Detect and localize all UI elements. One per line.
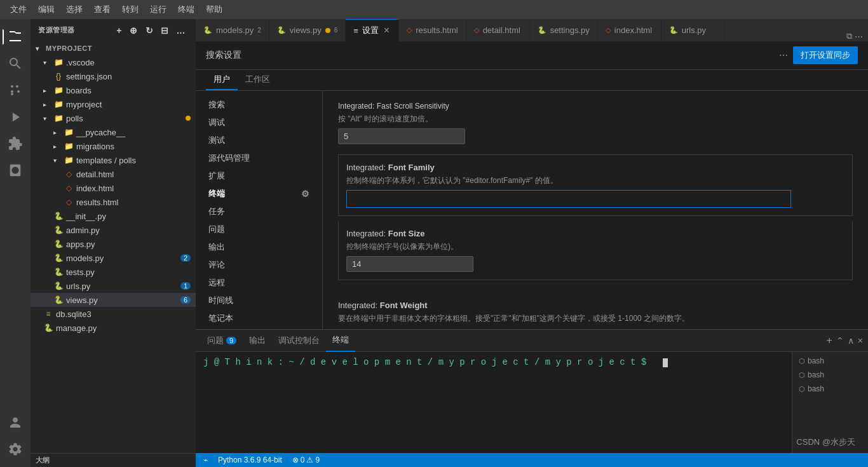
nav-search[interactable]: 搜索	[196, 96, 322, 114]
outline-section[interactable]: 大纲	[31, 453, 196, 467]
files-icon[interactable]	[3, 24, 28, 50]
tree-item-pycache[interactable]: ▸ 📁 __pycache__	[31, 125, 196, 139]
nav-testing[interactable]: 测试	[196, 132, 322, 149]
terminal-content[interactable]: j @ T h i n k : ~ / d e v e l o p m e n …	[196, 352, 792, 453]
font-size-input[interactable]	[346, 256, 473, 272]
folder-icon: 📁	[64, 141, 74, 151]
tab-urls-py[interactable]: 🐍 urls.py	[661, 19, 725, 41]
menu-file[interactable]: 文件	[5, 1, 32, 18]
nav-source-control[interactable]: 源代码管理	[196, 149, 322, 167]
tab-close-icon[interactable]: ×	[383, 25, 391, 36]
project-label: MYPROJECT	[46, 44, 92, 52]
nav-debug[interactable]: 调试	[196, 114, 322, 132]
tab-overflow-actions[interactable]: ⧉ ⋯	[841, 31, 868, 41]
search-icon[interactable]	[3, 51, 28, 76]
source-control-icon[interactable]	[3, 78, 28, 103]
remote-icon[interactable]: ⌁	[201, 456, 210, 464]
tree-root[interactable]: ▾ MYPROJECT	[31, 41, 196, 55]
tree-item-polls[interactable]: ▾ 📁 polls	[31, 111, 196, 125]
nav-remote[interactable]: 远程	[196, 274, 322, 292]
folder-icon: 📁	[53, 99, 64, 109]
nav-terminal[interactable]: 终端 ⚙	[196, 185, 322, 203]
nav-problems[interactable]: 问题	[196, 220, 322, 238]
tree-item-apps-py[interactable]: 🐍 apps.py	[31, 237, 196, 251]
tab-settings[interactable]: ≡ 设置 ×	[346, 19, 399, 41]
new-file-icon[interactable]: +	[114, 24, 125, 37]
add-terminal-icon[interactable]: +	[826, 335, 832, 346]
more-tabs-icon[interactable]: ⋯	[855, 32, 863, 41]
terminal-tab-terminal[interactable]: 终端	[326, 330, 355, 352]
debug-icon[interactable]	[3, 104, 28, 130]
tree-item-migrations[interactable]: ▸ 📁 migrations	[31, 139, 196, 153]
terminal-instance-3[interactable]: ⬡ bash	[795, 382, 865, 395]
tab-detail-html[interactable]: ◇ detail.html	[466, 19, 530, 41]
account-icon[interactable]	[3, 410, 28, 435]
terminal-settings-gear-icon[interactable]: ⚙	[301, 189, 309, 199]
menu-terminal[interactable]: 终端	[173, 1, 200, 18]
tree-item-views-py[interactable]: 🐍 views.py 6	[31, 293, 196, 307]
menu-edit[interactable]: 编辑	[33, 1, 60, 18]
tab-index-html[interactable]: ◇ index.html	[598, 19, 661, 41]
tree-item-boards[interactable]: ▸ 📁 boards	[31, 83, 196, 97]
settings-gear-icon[interactable]	[3, 437, 28, 462]
menu-help[interactable]: 帮助	[201, 1, 227, 18]
collapse-all-icon[interactable]: ⊟	[158, 24, 172, 37]
nav-extensions-nav[interactable]: 扩展	[196, 167, 322, 185]
tab-models-py[interactable]: 🐍 models.py 2	[196, 19, 269, 41]
more-icon[interactable]: …	[174, 24, 189, 37]
settings-tab-user[interactable]: 用户	[206, 70, 238, 90]
menu-goto[interactable]: 转到	[117, 1, 144, 18]
settings-tab-workspace[interactable]: 工作区	[238, 70, 278, 90]
extensions-icon[interactable]	[3, 131, 28, 156]
chevron-down-icon: ▾	[53, 157, 61, 164]
nav-notebook[interactable]: 笔记本	[196, 309, 322, 327]
tree-item-detail-html[interactable]: ◇ detail.html	[31, 167, 196, 181]
split-terminal-icon[interactable]: ⌃	[836, 335, 844, 346]
close-terminal-icon[interactable]: ×	[858, 335, 863, 346]
tree-item-admin-py[interactable]: 🐍 admin.py	[31, 223, 196, 237]
menu-select[interactable]: 选择	[61, 1, 88, 18]
nav-tasks[interactable]: 任务	[196, 203, 322, 220]
tree-item-label: detail.html	[76, 170, 114, 179]
tree-item-tests-py[interactable]: 🐍 tests.py	[31, 265, 196, 279]
tree-item-index-html[interactable]: ◇ index.html	[31, 181, 196, 195]
terminal-tab-problems[interactable]: 问题 9	[201, 330, 243, 352]
errors-status[interactable]: ⊗ 0 ⚠ 9	[290, 456, 322, 464]
python-version[interactable]: Python 3.6.9 64-bit	[215, 456, 285, 464]
tree-item-vscode[interactable]: ▾ 📁 .vscode	[31, 55, 196, 69]
terminal-instance-1[interactable]: ⬡ bash	[795, 355, 865, 367]
split-editor-icon[interactable]: ⧉	[846, 31, 852, 41]
font-family-input[interactable]	[346, 190, 791, 208]
tree-item-db-sqlite[interactable]: ≡ db.sqlite3	[31, 307, 196, 321]
nav-output[interactable]: 输出	[196, 238, 322, 256]
nav-comments[interactable]: 评论	[196, 256, 322, 274]
tree-item-settings-json[interactable]: {} settings.json	[31, 69, 196, 83]
tree-item-label: urls.py	[66, 281, 90, 291]
terminal-tab-debug-console[interactable]: 调试控制台	[272, 330, 326, 352]
sync-settings-button[interactable]: 打开设置同步	[793, 46, 858, 64]
tab-views-py[interactable]: 🐍 views.py 6	[269, 19, 346, 41]
terminal-tab-output[interactable]: 输出	[243, 330, 272, 352]
tree-item-myproject[interactable]: ▸ 📁 myproject	[31, 97, 196, 111]
html-tab-icon: ◇	[407, 26, 412, 34]
new-folder-icon[interactable]: ⊕	[127, 24, 140, 37]
tab-results-html[interactable]: ◇ results.html	[399, 19, 466, 41]
nav-terminal-label: 终端	[208, 188, 225, 200]
settings-item-font-family: Integrated: Font Family 控制终端的字体系列，它默认认为 …	[338, 154, 853, 216]
nav-timeline[interactable]: 时间线	[196, 292, 322, 309]
terminal-instance-2[interactable]: ⬡ bash	[795, 369, 865, 381]
scroll-sensitivity-input[interactable]	[338, 128, 465, 144]
tree-item-models-py[interactable]: 🐍 models.py 2	[31, 251, 196, 265]
tab-settings-py[interactable]: 🐍 settings.py	[530, 19, 598, 41]
maximize-terminal-icon[interactable]: ∧	[848, 335, 854, 346]
settings-more-icon[interactable]: ⋯	[779, 50, 788, 60]
tree-item-templates[interactable]: ▾ 📁 templates / polls	[31, 153, 196, 167]
menu-run[interactable]: 运行	[145, 1, 172, 18]
menu-view[interactable]: 查看	[89, 1, 116, 18]
tree-item-manage-py[interactable]: 🐍 manage.py	[31, 321, 196, 335]
testing-icon[interactable]	[3, 158, 28, 183]
tree-item-init-py[interactable]: 🐍 __init__.py	[31, 209, 196, 223]
tree-item-urls-py[interactable]: 🐍 urls.py 1	[31, 279, 196, 293]
refresh-icon[interactable]: ↻	[143, 24, 156, 37]
tree-item-results-html[interactable]: ◇ results.html	[31, 195, 196, 209]
